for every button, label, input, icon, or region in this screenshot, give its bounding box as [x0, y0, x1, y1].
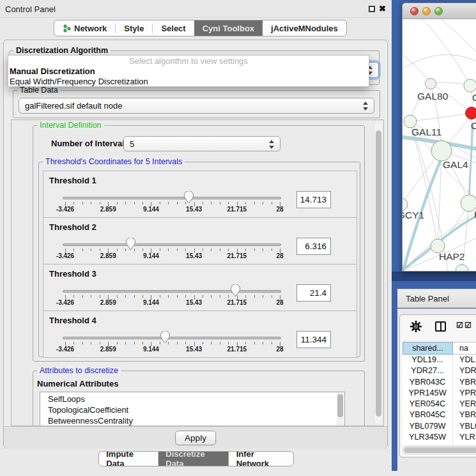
table-hscroll-thumb[interactable] — [404, 447, 476, 453]
slider-scale-label: 15.43 — [176, 299, 212, 306]
slider-thumb-icon[interactable] — [230, 284, 241, 300]
table-row[interactable]: YBL079WYBL0 — [403, 421, 476, 432]
network-node-gal4[interactable] — [431, 141, 452, 161]
network-node-gal80[interactable] — [426, 79, 436, 89]
slider-track[interactable] — [63, 337, 281, 339]
network-node-gcy1[interactable] — [403, 198, 408, 211]
gear-icon[interactable] — [410, 320, 422, 333]
table-row[interactable]: YPR145WYPR1 — [403, 388, 476, 399]
attributes-list-scrollbar[interactable] — [337, 393, 344, 426]
threshold-value-field[interactable]: 11.344 — [296, 331, 331, 348]
tab-discretize-data[interactable]: Discretize Data — [158, 452, 228, 466]
slider-tick — [185, 295, 186, 298]
split-pane-icon[interactable] — [435, 321, 446, 332]
table-row[interactable]: YBR043CYBR0 — [403, 377, 476, 388]
slider-tick — [117, 295, 118, 298]
slider-scale-label: 21.715 — [219, 346, 255, 353]
combo-arrows-icon — [363, 101, 368, 111]
slider-thumb-icon[interactable] — [160, 331, 171, 346]
tab-cyni-toolbox[interactable]: Cyni Toolbox — [194, 20, 263, 36]
threshold-value-field[interactable]: 21.4 — [296, 284, 331, 302]
slider-tick — [185, 342, 186, 344]
tab-style[interactable]: Style — [116, 20, 152, 36]
network-canvas[interactable]: GAL80GCGAL11GAL4GCY1HHAP2 — [403, 19, 476, 271]
network-node-g[interactable] — [464, 79, 476, 92]
cell-shared-name: YER054C — [403, 399, 453, 410]
table-panel-body: ☑ ☑ shared... na YDL19...YDL1YDR27...YDR… — [397, 309, 476, 471]
thresholds-group-title: Threshold's Coordinates for 5 Intervals — [43, 157, 185, 166]
tab-select[interactable]: Select — [153, 20, 194, 36]
table-data-combobox[interactable]: galFiltered.sif default node — [19, 98, 374, 114]
network-edge — [403, 54, 476, 69]
attributes-group-title: Attributes to discretize — [37, 366, 121, 375]
slider-tick — [254, 202, 255, 204]
minimize-traffic-light-icon[interactable] — [422, 7, 431, 15]
slider-tick — [272, 295, 272, 298]
column-header-name[interactable]: na — [453, 342, 476, 355]
slider-track[interactable] — [63, 197, 281, 199]
cell-shared-name: YIL052C — [403, 443, 453, 445]
slider-scale-label: 28 — [262, 252, 298, 259]
list-item[interactable]: BetweennessCentrality — [40, 415, 344, 426]
tab-impute-data[interactable]: Impute Data — [98, 452, 158, 466]
thresholds-group: Threshold's Coordinates for 5 Intervals … — [38, 162, 360, 357]
table-row[interactable]: YLR345WYLR3 — [403, 432, 476, 443]
tab-bar: NetworkStyleSelectCyni ToolboxjActiveMNo… — [54, 20, 347, 36]
tab-jactivemnodules[interactable]: jActiveMNodules — [263, 20, 346, 36]
apply-bar: Apply — [4, 426, 387, 449]
list-item[interactable]: TopologicalCoefficient — [40, 404, 344, 415]
tab-label: Select — [161, 24, 185, 33]
table-row[interactable]: YDR27...YDR2 — [403, 365, 476, 376]
apply-button[interactable]: Apply — [175, 431, 216, 445]
threshold-value-field[interactable]: 14.713 — [296, 191, 331, 208]
network-node-c[interactable] — [466, 107, 476, 119]
zoom-traffic-light-icon[interactable] — [434, 7, 443, 15]
list-item[interactable]: SelfLoops — [40, 392, 344, 404]
slider-tick — [91, 202, 91, 204]
threshold-value-field[interactable]: 6.316 — [296, 238, 331, 255]
slider-tick — [220, 295, 220, 298]
tab-infer-network[interactable]: Infer Network — [229, 452, 293, 466]
attributes-list[interactable]: SelfLoopsTopologicalCoefficientBetweenne… — [40, 392, 345, 426]
slider-scale-label: -3.426 — [47, 299, 83, 306]
table-row[interactable]: YIL052CYIL0 — [403, 443, 476, 445]
settings-scrollbar-thumb[interactable] — [376, 130, 381, 417]
close-icon[interactable]: ✖ — [379, 4, 386, 13]
algorithm-popup-hint: Select algorithm to view settings — [8, 56, 369, 66]
table-row[interactable]: YBR045CYBR0 — [403, 410, 476, 420]
network-node-gal11[interactable] — [404, 115, 417, 128]
slider-tick — [100, 202, 100, 204]
slider-track[interactable] — [63, 243, 281, 246]
slider-tick — [100, 342, 100, 344]
cell-shared-name: YBL079W — [403, 421, 453, 432]
settings-scrollbar[interactable] — [374, 121, 382, 424]
float-window-icon[interactable] — [369, 6, 375, 12]
table-horizontal-scrollbar[interactable] — [403, 446, 476, 454]
algorithm-option-manual[interactable]: Manual Discretization — [10, 66, 95, 76]
slider-tick — [142, 295, 143, 298]
threshold-label: Threshold 2 — [49, 222, 96, 232]
table-data-group-title: Table Data — [17, 86, 61, 95]
num-intervals-combobox[interactable]: 5 — [123, 136, 280, 151]
cell-shared-name: YBR045C — [403, 410, 453, 420]
checkbox-icon[interactable]: ☑ — [456, 321, 463, 330]
algorithm-option-equal-width[interactable]: Equal Width/Frequency Discretization — [10, 77, 148, 86]
network-node[interactable] — [456, 265, 468, 272]
table-row[interactable]: YER054CYER0 — [403, 399, 476, 410]
slider-scale-label: 2.859 — [90, 346, 126, 353]
table-row[interactable]: YDL19...YDL1 — [403, 355, 476, 365]
table-rows[interactable]: YDL19...YDL1YDR27...YDR2YBR043CYBR0YPR14… — [403, 355, 476, 445]
slider-tick — [160, 249, 160, 251]
tab-network[interactable]: Network — [54, 20, 115, 36]
slider-tick — [73, 202, 74, 204]
slider-tick — [117, 202, 118, 204]
slider-scale-label: 15.43 — [176, 252, 212, 259]
slider-scale-label: 28 — [262, 206, 298, 213]
close-traffic-light-icon[interactable] — [410, 7, 418, 15]
slider-tick — [134, 295, 135, 298]
slider-scale-label: 28 — [262, 299, 298, 306]
checkbox-icon[interactable]: ☑ — [464, 321, 471, 330]
column-header-shared[interactable]: shared... — [403, 342, 453, 355]
slider-tick — [185, 249, 186, 251]
slider-track[interactable] — [63, 290, 281, 293]
